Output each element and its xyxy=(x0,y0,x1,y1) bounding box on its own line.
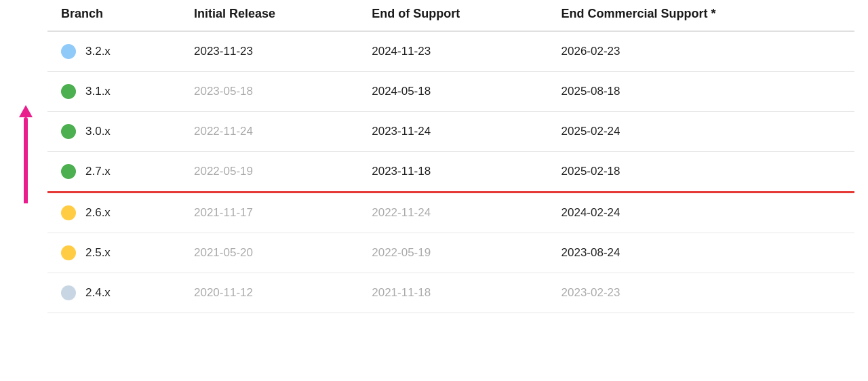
end-commercial-support-cell: 2026-02-23 xyxy=(551,31,854,72)
current-indicator-arrow xyxy=(19,105,33,203)
end-of-support-cell: 2023-11-18 xyxy=(361,152,550,193)
branch-name: 2.7.x xyxy=(85,165,111,178)
initial-release-cell: 2020-11-12 xyxy=(183,273,361,313)
initial-release-cell: 2022-05-19 xyxy=(183,152,361,193)
end-of-support-cell: 2024-11-23 xyxy=(361,31,550,72)
initial-release-header: Initial Release xyxy=(183,0,361,31)
branch-cell: 2.6.x xyxy=(47,193,183,233)
end-of-support-header: End of Support xyxy=(361,0,550,31)
table-row: 2.5.x 2021-05-202022-05-192023-08-24 xyxy=(47,233,854,273)
end-of-support-cell: 2022-11-24 xyxy=(361,193,550,233)
end-commercial-support-cell: 2025-02-24 xyxy=(551,112,854,152)
initial-release-cell: 2023-11-23 xyxy=(183,31,361,72)
branch-name: 3.2.x xyxy=(85,45,111,58)
table-row: 2.7.x 2022-05-192023-11-182025-02-18 xyxy=(47,152,854,193)
branch-cell: 3.0.x xyxy=(47,112,183,151)
initial-release-cell: 2023-05-18 xyxy=(183,72,361,112)
branch-cell: 2.4.x xyxy=(47,273,183,313)
table-row: 3.1.x 2023-05-182024-05-182025-08-18 xyxy=(47,72,854,112)
end-commercial-support-cell: 2024-02-24 xyxy=(551,193,854,233)
initial-release-cell: 2021-11-17 xyxy=(183,193,361,233)
end-commercial-support-cell: 2025-08-18 xyxy=(551,72,854,112)
version-support-table: Branch Initial Release End of Support En… xyxy=(47,0,854,313)
table-row: 2.6.x 2021-11-172022-11-242024-02-24 xyxy=(47,193,854,233)
branch-cell: 3.1.x xyxy=(47,72,183,111)
end-commercial-support-cell: 2023-08-24 xyxy=(551,233,854,273)
end-of-support-cell: 2023-11-24 xyxy=(361,112,550,152)
initial-release-cell: 2022-11-24 xyxy=(183,112,361,152)
end-of-support-cell: 2024-05-18 xyxy=(361,72,550,112)
status-dot xyxy=(61,205,76,220)
branch-name: 2.6.x xyxy=(85,206,111,220)
branch-header: Branch xyxy=(47,0,183,31)
branch-cell: 2.7.x xyxy=(47,152,183,191)
end-commercial-support-cell: 2023-02-23 xyxy=(551,273,854,313)
branch-name: 2.4.x xyxy=(85,286,111,300)
branch-cell: 3.2.x xyxy=(47,32,183,71)
end-of-support-cell: 2022-05-19 xyxy=(361,233,550,273)
branch-name: 3.0.x xyxy=(85,125,111,138)
status-dot xyxy=(61,124,76,139)
initial-release-cell: 2021-05-20 xyxy=(183,233,361,273)
status-dot xyxy=(61,245,76,260)
end-of-support-cell: 2021-11-18 xyxy=(361,273,550,313)
branch-name: 3.1.x xyxy=(85,85,111,98)
branch-cell: 2.5.x xyxy=(47,233,183,273)
table-row: 3.0.x 2022-11-242023-11-242025-02-24 xyxy=(47,112,854,152)
table-row: 2.4.x 2020-11-122021-11-182023-02-23 xyxy=(47,273,854,313)
status-dot xyxy=(61,285,76,300)
branch-name: 2.5.x xyxy=(85,246,111,260)
end-commercial-support-cell: 2025-02-18 xyxy=(551,152,854,193)
end-commercial-support-header: End Commercial Support * xyxy=(551,0,854,31)
status-dot xyxy=(61,84,76,99)
status-dot xyxy=(61,164,76,179)
table-row: 3.2.x 2023-11-232024-11-232026-02-23 xyxy=(47,31,854,72)
status-dot xyxy=(61,44,76,59)
